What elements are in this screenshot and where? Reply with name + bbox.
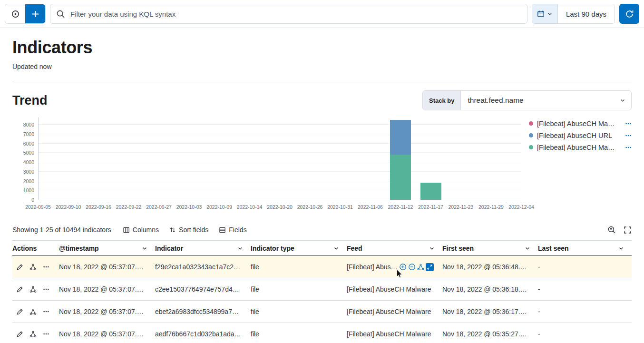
filter-out-value-button[interactable] — [408, 263, 416, 271]
more-actions-button[interactable] — [43, 264, 49, 270]
investigate-in-timeline-button[interactable] — [29, 308, 37, 315]
table-body: Nov 18, 2022 @ 05:37:07.…f29e2ca1a032343… — [12, 256, 632, 343]
y-axis-tick-label: 3000 — [23, 169, 34, 175]
bar-segment[interactable] — [420, 183, 441, 200]
column-header-actions: Actions — [12, 245, 59, 252]
x-axis-tick-label: 2022-09-10 — [56, 204, 81, 210]
legend-actions-icon[interactable] — [625, 132, 632, 139]
inspect-button[interactable] — [607, 225, 616, 234]
x-axis-tick-label: 2022-10-14 — [237, 204, 263, 210]
fields-icon — [219, 226, 226, 234]
legend-color-dot — [529, 145, 533, 149]
column-header-first-seen[interactable]: First seen — [442, 245, 538, 252]
table-row: Nov 18, 2022 @ 05:37:07.…c2ee15037764974… — [12, 278, 632, 301]
sort-fields-button-label: Sort fields — [179, 226, 208, 234]
x-axis-tick-label: 2022-12-04 — [508, 204, 534, 210]
search-icon — [56, 10, 65, 19]
y-axis-tick-label: 0 — [31, 197, 34, 203]
grid-toolbar: Showing 1-25 of 10494 indicators Columns… — [12, 225, 632, 235]
last-seen-cell: - — [538, 285, 632, 293]
edit-indicator-button[interactable] — [16, 331, 23, 338]
legend-actions-icon[interactable] — [625, 120, 632, 127]
column-header-label: Actions — [12, 245, 37, 252]
y-axis: 010002000300040005000600070008000 — [12, 118, 38, 200]
chart-legend: [Filebeat] AbuseCH Ma…[Filebeat] AbuseCH… — [521, 118, 632, 212]
chevron-down-icon — [547, 11, 553, 17]
fields-button[interactable]: Fields — [215, 225, 250, 235]
kql-search-bar[interactable] — [50, 4, 527, 24]
refresh-button[interactable] — [619, 4, 639, 24]
investigate-in-timeline-button[interactable] — [29, 264, 37, 271]
column-header-timestamp[interactable]: @timestamp — [59, 245, 155, 252]
edit-indicator-button[interactable] — [16, 286, 23, 293]
more-actions-button[interactable] — [43, 308, 49, 315]
x-axis-tick-label: 2022-10-31 — [327, 204, 353, 210]
legend-item[interactable]: [Filebeat] AbuseCH URL — [529, 129, 632, 141]
expand-cell-button[interactable] — [426, 263, 434, 271]
bar-segment[interactable] — [390, 155, 411, 200]
edit-indicator-button[interactable] — [16, 308, 23, 315]
row-actions-cell — [12, 308, 59, 315]
columns-icon — [123, 226, 130, 234]
saved-query-menu-button[interactable] — [5, 4, 25, 23]
indicator-cell: c2ee15037764974e757d4… — [155, 285, 251, 293]
y-axis-tick-label: 5000 — [23, 150, 34, 156]
legend-actions-icon[interactable] — [625, 144, 632, 151]
fullscreen-button[interactable] — [624, 225, 632, 234]
date-quick-select-button[interactable] — [532, 4, 558, 23]
x-axis-tick-label: 2022-11-17 — [418, 204, 443, 210]
investigate-in-timeline-button[interactable] — [29, 286, 37, 293]
kql-search-input[interactable] — [69, 10, 521, 19]
first-seen-cell: Nov 18, 2022 @ 05:35:27.… — [442, 330, 538, 338]
column-header-label: Last seen — [538, 245, 569, 252]
gridline — [39, 124, 521, 125]
row-actions-cell — [12, 286, 59, 293]
feed-value: [Filebeat] AbuseCH Malware — [347, 330, 431, 338]
edit-indicator-button[interactable] — [16, 264, 23, 271]
column-header-last-seen[interactable]: Last seen — [538, 245, 632, 252]
x-axis-tick-label: 2022-11-29 — [478, 204, 504, 210]
column-header-feed[interactable]: Feed — [347, 245, 442, 252]
column-menu-chevron-icon — [525, 245, 530, 251]
y-axis-tick-label: 8000 — [23, 122, 34, 127]
more-actions-button[interactable] — [43, 331, 49, 337]
column-menu-chevron-icon — [618, 245, 624, 251]
legend-item[interactable]: [Filebeat] AbuseCH Ma… — [529, 141, 632, 153]
indicator-type-cell: file — [251, 285, 347, 293]
calendar-icon — [537, 10, 545, 18]
date-range-button[interactable]: Last 90 days — [558, 4, 615, 23]
x-axis-tick-label: 2022-09-16 — [86, 204, 111, 210]
indicator-type-cell: file — [251, 263, 347, 271]
column-header-label: Indicator — [155, 245, 183, 252]
legend-label: [Filebeat] AbuseCH Ma… — [537, 120, 615, 127]
x-axis: 2022-09-052022-09-102022-09-162022-09-22… — [38, 204, 521, 212]
feed-cell: [Filebeat] Abus… — [347, 263, 442, 271]
add-filter-button[interactable] — [25, 4, 45, 23]
columns-button[interactable]: Columns — [119, 225, 163, 235]
section-divider — [12, 82, 632, 82]
y-axis-tick-label: 2000 — [23, 178, 34, 184]
plot-area — [38, 118, 521, 200]
last-seen-cell: - — [538, 330, 632, 338]
add-filter-icon — [31, 10, 40, 19]
filter-for-value-button[interactable] — [399, 263, 407, 271]
investigate-in-timeline-button[interactable] — [29, 331, 37, 338]
column-header-label: Indicator type — [251, 245, 294, 252]
column-menu-chevron-icon — [142, 245, 147, 251]
column-header-indicator-type[interactable]: Indicator type — [251, 245, 347, 252]
add-to-timeline-button[interactable] — [417, 264, 424, 271]
trend-heading: Trend — [12, 93, 48, 108]
bar-segment[interactable] — [390, 120, 411, 155]
sort-fields-button[interactable]: Sort fields — [166, 225, 212, 235]
legend-item[interactable]: [Filebeat] AbuseCH Ma… — [529, 118, 632, 129]
x-axis-tick-label: 2022-11-06 — [358, 204, 383, 210]
columns-button-label: Columns — [133, 226, 159, 234]
stack-by-select[interactable]: Stack by threat.feed.name — [422, 90, 632, 110]
table-row: Nov 18, 2022 @ 05:37:07.…aedf76b667c1d03… — [12, 323, 632, 343]
more-actions-button[interactable] — [43, 286, 49, 293]
indicator-cell: ebef2a6983dfcc534899a7… — [155, 308, 251, 315]
timestamp-cell: Nov 18, 2022 @ 05:37:07.… — [59, 308, 155, 315]
table-row: Nov 18, 2022 @ 05:37:07.…ebef2a6983dfcc5… — [12, 301, 632, 323]
column-header-indicator[interactable]: Indicator — [155, 245, 251, 252]
refresh-icon — [625, 10, 634, 19]
